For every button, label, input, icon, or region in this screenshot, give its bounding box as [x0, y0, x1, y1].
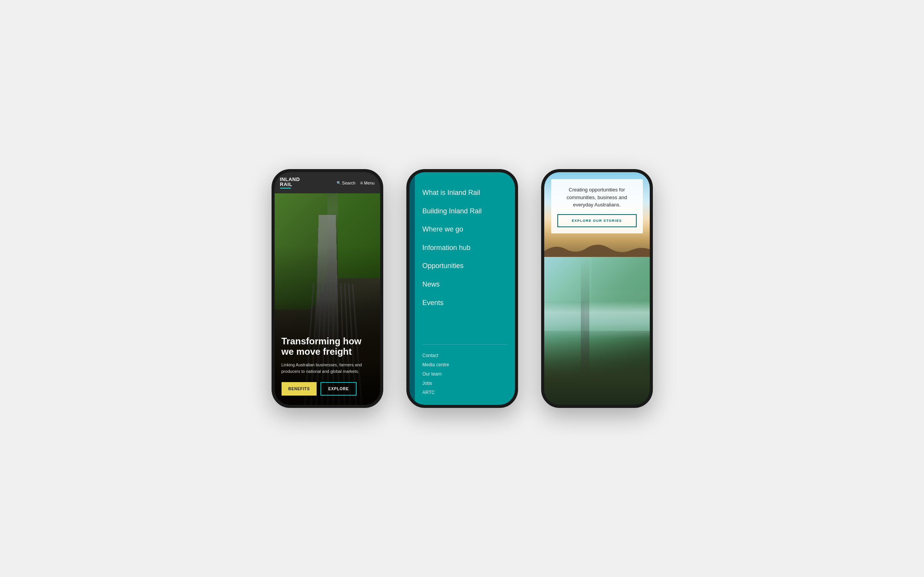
phone-2-menu: What is Inland Rail Building Inland Rail… — [415, 172, 515, 405]
menu-item-where-we-go[interactable]: Where we go — [423, 220, 507, 239]
logo-line2: RAIL — [280, 182, 300, 187]
search-icon: 🔍 — [337, 181, 341, 185]
hero-subtitle: Linking Australian businesses, farmers a… — [282, 362, 373, 374]
field-pattern — [544, 257, 650, 405]
menu-item-news[interactable]: News — [423, 275, 507, 294]
menu-item-artc[interactable]: ARTC — [423, 388, 507, 397]
search-label: Search — [342, 181, 356, 185]
hero-title: Transforming how we move freight — [282, 336, 373, 357]
hero-buttons: BENEFITS EXPLORE — [282, 382, 373, 396]
phone-3-text-card: Creating opportunities for communities, … — [551, 179, 643, 233]
phone-1-hero: Transforming how we move freight Linking… — [275, 193, 380, 405]
phone-1-header: INLAND RAIL 🔍 Search ≡ Menu — [275, 172, 380, 193]
menu-icon: ≡ — [360, 180, 363, 186]
menu-item-building-inland-rail[interactable]: Building Inland Rail — [423, 202, 507, 221]
menu-item-events[interactable]: Events — [423, 294, 507, 312]
hero-content: Transforming how we move freight Linking… — [275, 328, 380, 405]
phone-1-frame: INLAND RAIL 🔍 Search ≡ Menu — [272, 169, 383, 408]
header-actions: 🔍 Search ≡ Menu — [337, 180, 374, 186]
svg-rect-2 — [544, 301, 584, 338]
svg-rect-3 — [584, 290, 649, 331]
phone-3-top: Creating opportunities for communities, … — [544, 172, 650, 257]
hills-silhouette — [544, 242, 650, 257]
menu-nav: What is Inland Rail Building Inland Rail… — [423, 184, 507, 329]
menu-action[interactable]: ≡ Menu — [360, 180, 375, 186]
menu-item-contact[interactable]: Contact — [423, 351, 507, 360]
menu-item-our-team[interactable]: Our team — [423, 369, 507, 379]
search-action[interactable]: 🔍 Search — [337, 181, 356, 185]
phone-3-bottom — [544, 257, 650, 405]
menu-secondary-nav: Contact Media centre Our team Jobs ARTC — [423, 344, 507, 397]
phone-2-frame: What is Inland Rail Building Inland Rail… — [406, 169, 518, 408]
menu-item-information-hub[interactable]: Information hub — [423, 239, 507, 257]
menu-item-media-centre[interactable]: Media centre — [423, 360, 507, 369]
phone-1-inner: INLAND RAIL 🔍 Search ≡ Menu — [275, 172, 380, 405]
logo-accent-bar — [280, 188, 291, 189]
menu-item-opportunities[interactable]: Opportunities — [423, 257, 507, 275]
page-container: INLAND RAIL 🔍 Search ≡ Menu — [0, 0, 924, 577]
phone-2-inner: What is Inland Rail Building Inland Rail… — [409, 172, 515, 405]
explore-stories-button[interactable]: EXPLORE OUR STORIES — [557, 214, 637, 227]
phone-2-sidebar — [409, 172, 415, 405]
logo: INLAND RAIL — [280, 177, 300, 189]
explore-button[interactable]: EXPLORE — [320, 382, 356, 396]
menu-item-jobs[interactable]: Jobs — [423, 379, 507, 388]
stories-card-text: Creating opportunities for communities, … — [557, 186, 637, 209]
phone-3-inner: Creating opportunities for communities, … — [544, 172, 650, 405]
menu-label: Menu — [364, 181, 375, 185]
menu-item-what-is-inland-rail[interactable]: What is Inland Rail — [423, 184, 507, 202]
svg-rect-1 — [591, 257, 649, 290]
phone-3-frame: Creating opportunities for communities, … — [541, 169, 653, 408]
benefits-button[interactable]: BENEFITS — [282, 382, 317, 396]
